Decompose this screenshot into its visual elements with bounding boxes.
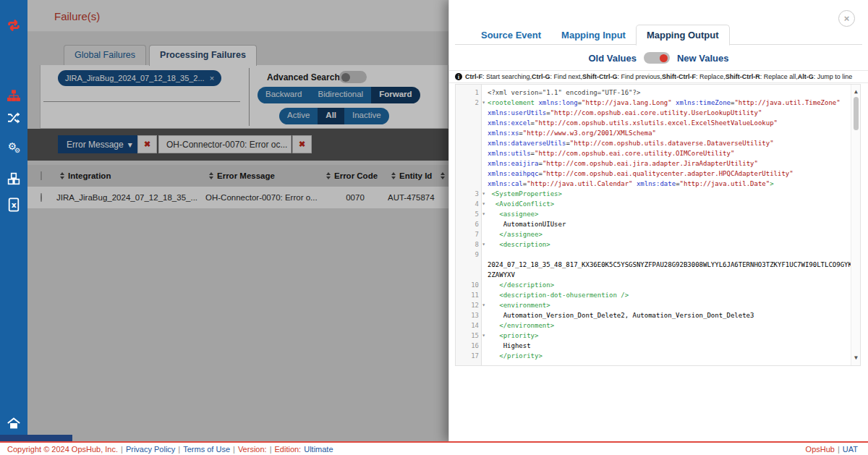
integration-filter-chip[interactable]: JIRA_JiraBug_2024_07_12_18_35_2... × <box>58 70 221 86</box>
editor-scrollbar[interactable]: ▲ ▼ <box>851 85 860 365</box>
chevron-down-icon: ▾ <box>128 140 132 150</box>
footer-link[interactable]: Privacy Policy <box>126 445 175 454</box>
row-radio[interactable] <box>41 193 42 202</box>
tab-processing-failures[interactable]: Processing Failures <box>149 45 257 66</box>
xml-code-editor[interactable]: 1<?xml version="1.1" encoding="UTF-16"?>… <box>455 84 861 366</box>
sidebar-cubes-icon[interactable] <box>0 168 27 190</box>
column-header-entity-id[interactable]: Entity Id <box>399 171 437 180</box>
shortcut-key: Shift-Ctrl-F <box>662 73 696 80</box>
line-number: 7 <box>456 229 482 239</box>
chip-close-icon[interactable]: × <box>210 74 214 82</box>
advanced-search-label: Advanced Search <box>267 72 340 82</box>
fold-arrow-icon[interactable]: ▾ <box>482 189 485 199</box>
code-row: <description> <box>488 239 851 250</box>
filter-value-chip[interactable]: OH-Connector-0070: Error oc... <box>158 135 292 153</box>
footer-text: Version: <box>238 445 267 454</box>
remove-filter-value-button[interactable]: ✖ <box>292 135 312 153</box>
failures-table-header: IntegrationError MessageError CodeEntity… <box>27 165 448 187</box>
column-header-error-code[interactable]: Error Code <box>334 171 388 180</box>
code-line: 16 Highest <box>456 341 851 351</box>
code-content: </description> <box>482 280 851 290</box>
line-number: 2▾ <box>456 98 482 189</box>
code-content: Automation_Version_Dont_Delete2, Automat… <box>482 310 851 320</box>
code-row: 2024_07_12_18_35_48_817_KX36E0K5C5YSGSNY… <box>488 260 851 270</box>
column-header-integration[interactable]: Integration <box>68 171 205 180</box>
state-inactive-button[interactable]: Inactive <box>344 108 389 124</box>
code-row: xmlns:utils="http://com.opshub.eai.core.… <box>488 148 851 158</box>
table-row[interactable]: JIRA_JiraBug_2024_07_12_18_35_...OH-Conn… <box>27 187 448 208</box>
line-number: 12▾ <box>456 300 482 310</box>
code-line: 5▾ <assignee> <box>456 209 851 219</box>
sort-icon[interactable] <box>205 172 217 179</box>
old-values-label[interactable]: Old Values <box>588 53 636 64</box>
code-line: 4▾ <AvoidConflict> <box>456 199 851 209</box>
old-new-values-toggle[interactable] <box>644 52 670 64</box>
scrollbar-thumb[interactable] <box>854 97 859 130</box>
state-all-button[interactable]: All <box>318 108 344 124</box>
sort-icon[interactable] <box>388 172 399 179</box>
fold-arrow-icon[interactable]: ▾ <box>482 331 485 341</box>
select-all-checkbox[interactable] <box>41 171 42 180</box>
cell-integration: JIRA_JiraBug_2024_07_12_18_35_... <box>56 193 205 202</box>
code-row: Automation_Version_Dont_Delete2, Automat… <box>488 310 851 320</box>
code-row: AutomationUIUser <box>488 219 851 229</box>
line-number: 3▾ <box>456 189 482 199</box>
fold-arrow-icon[interactable]: ▾ <box>482 98 485 108</box>
line-number: 1 <box>456 88 482 98</box>
sidebar-excel-icon[interactable]: x <box>0 194 27 216</box>
panel-tab-source-event[interactable]: Source Event <box>471 25 551 45</box>
new-values-label[interactable]: New Values <box>677 53 729 64</box>
shortcut-key: Alt-G <box>798 73 814 80</box>
footer-text: | <box>233 445 235 454</box>
code-row: xmlns:excel="http://com.opshub.utils.xsl… <box>488 118 851 128</box>
remove-filter-field-button[interactable]: ✖ <box>137 135 157 153</box>
advanced-search-toggle[interactable] <box>339 71 367 83</box>
column-header-error-message[interactable]: Error Message <box>217 171 323 180</box>
footer-link[interactable]: Terms of Use <box>183 445 230 454</box>
direction-backward-button[interactable]: Backward <box>258 87 310 103</box>
fold-arrow-icon[interactable]: ▾ <box>482 209 485 219</box>
footer-text: | <box>838 445 840 454</box>
code-row: xmlns:userUtils="http://com.opshub.eai.c… <box>488 108 851 118</box>
panel-tab-mapping-input[interactable]: Mapping Input <box>551 25 636 45</box>
scroll-up-arrow[interactable]: ▲ <box>851 87 861 97</box>
panel-tab-mapping-output[interactable]: Mapping Output <box>636 25 730 46</box>
active-filters-bar: Error Message ▾ ✖ OH-Connector-0070: Err… <box>27 129 448 161</box>
shortcut-key: Ctrl-F <box>465 73 482 80</box>
direction-bidirectional-button[interactable]: Bidirectional <box>310 87 372 103</box>
fold-arrow-icon[interactable]: ▾ <box>482 199 485 209</box>
failures-page: Failure(s) Global FailuresProcessing Fai… <box>27 0 448 441</box>
sort-icon[interactable] <box>56 172 68 179</box>
state-active-button[interactable]: Active <box>279 108 318 124</box>
radio-cell <box>27 193 56 202</box>
panel-close-button[interactable]: × <box>838 10 855 27</box>
footer-link[interactable]: Ultimate <box>304 445 333 454</box>
sidebar-footer-strip <box>0 435 72 441</box>
cell-error-code: 0070 <box>323 193 388 202</box>
left-sidebar: ⚙⚙x <box>0 0 27 441</box>
info-icon: i <box>455 73 462 80</box>
sidebar-sitemap-icon[interactable] <box>0 85 27 107</box>
sort-icon[interactable] <box>323 172 334 179</box>
tab-global-failures[interactable]: Global Failures <box>64 45 146 66</box>
code-line: 14 </environment> <box>456 320 851 331</box>
close-icon: ✖ <box>299 140 305 149</box>
sidebar-shuffle-icon[interactable] <box>0 107 27 129</box>
code-line: 7 </assignee> <box>456 229 851 239</box>
fold-arrow-icon[interactable]: ▾ <box>482 239 485 250</box>
scroll-down-arrow[interactable]: ▼ <box>851 353 861 363</box>
direction-forward-button[interactable]: Forward <box>371 87 420 103</box>
close-icon: ✖ <box>144 140 150 149</box>
code-content: <priority> <box>482 331 851 341</box>
footer-text: Copyright © 2024 OpsHub, Inc. <box>7 445 118 454</box>
sort-icon[interactable] <box>437 172 448 179</box>
code-line: 12▾ <environment> <box>456 300 851 310</box>
sidebar-gears-icon[interactable]: ⚙⚙ <box>0 136 27 158</box>
sidebar-home-icon[interactable] <box>0 412 27 434</box>
divider <box>43 101 240 102</box>
sidebar-sync-icon[interactable] <box>0 14 27 36</box>
filter-field-dropdown[interactable]: Error Message ▾ <box>58 135 141 153</box>
fold-arrow-icon[interactable]: ▾ <box>482 300 485 310</box>
integration-filter-label: JIRA_JiraBug_2024_07_12_18_35_2... <box>65 74 205 82</box>
code-row: <priority> <box>488 331 851 341</box>
